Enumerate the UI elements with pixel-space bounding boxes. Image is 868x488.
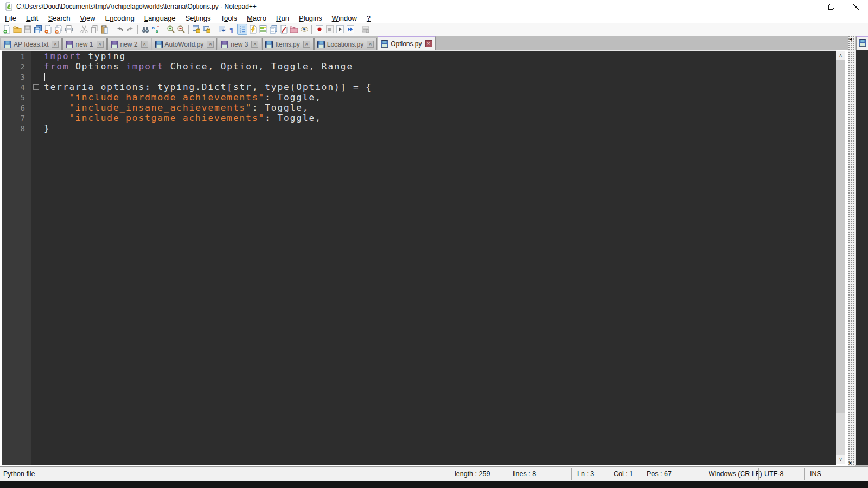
tab-items-py[interactable]: Items.py× — [262, 38, 313, 50]
close-window-button[interactable] — [844, 0, 868, 13]
toolbar-close-icon[interactable] — [43, 24, 53, 35]
line-number: 2 — [2, 62, 31, 71]
toolbar-save-all-icon[interactable] — [33, 24, 43, 35]
scroll-down-arrow-icon[interactable]: ∨ — [836, 455, 845, 464]
fold-margin — [31, 61, 44, 72]
toolbar-show-all-characters-icon[interactable]: ¶ — [227, 24, 237, 35]
toolbar-open-folder-icon[interactable] — [12, 24, 22, 35]
splitter-collapse-right-icon[interactable]: ► — [848, 460, 853, 465]
fold-margin — [31, 51, 44, 61]
menu-item-settings[interactable]: Settings — [181, 14, 216, 22]
tab-close-icon[interactable]: × — [367, 41, 374, 48]
toolbar-document-list-icon[interactable] — [268, 24, 278, 35]
status-bar: Python file length : 259 lines : 8 Ln : … — [0, 466, 868, 481]
tab-locations-py[interactable]: Locations.py× — [314, 38, 377, 50]
second-view-editor[interactable] — [855, 50, 868, 465]
toolbar-macro-play-icon[interactable] — [335, 24, 345, 35]
code-text: import typing — [44, 51, 126, 61]
restore-button[interactable] — [819, 0, 844, 13]
toolbar-word-wrap-icon[interactable] — [216, 24, 227, 35]
menu-item-view[interactable]: View — [75, 14, 100, 22]
toolbar-macro-run-multiple-icon[interactable] — [345, 24, 355, 35]
toolbar-find-icon[interactable] — [140, 24, 150, 35]
tab-close-icon[interactable]: × — [141, 41, 148, 48]
menu-item-language[interactable]: Language — [139, 14, 181, 22]
toolbar-sync-horizontal-icon[interactable] — [201, 24, 212, 35]
toolbar-user-defined-language-icon[interactable] — [247, 24, 258, 35]
toolbar-macro-save-icon[interactable] — [360, 24, 371, 35]
toolbar-zoom-in-icon[interactable] — [165, 24, 176, 35]
fold-margin — [31, 72, 44, 82]
toolbar-close-all-icon[interactable] — [53, 24, 63, 35]
toolbar-show-indent-guide-icon[interactable] — [237, 24, 247, 35]
toolbar-save-icon[interactable] — [22, 24, 33, 35]
tab-new-3[interactable]: new 3× — [218, 38, 261, 50]
menu-item-encoding[interactable]: Encoding — [100, 14, 139, 22]
menu-item-run[interactable]: Run — [271, 14, 294, 22]
toolbar-new-file-icon[interactable] — [2, 24, 12, 35]
view-splitter[interactable]: ◄ ► — [848, 36, 855, 466]
minimize-button[interactable] — [795, 0, 819, 13]
line-number: 5 — [2, 93, 31, 102]
toolbar-document-map-icon[interactable] — [258, 24, 268, 35]
tab-options-py[interactable]: Options.py× — [378, 36, 435, 50]
tab-close-icon[interactable]: × — [97, 41, 104, 48]
menu-item-search[interactable]: Search — [43, 14, 75, 22]
toolbar-sync-vertical-icon[interactable] — [191, 24, 201, 35]
menu-item-?[interactable]: ? — [362, 14, 375, 22]
toolbar-zoom-out-icon[interactable] — [176, 24, 186, 35]
floppy-icon — [4, 41, 11, 48]
toolbar-macro-record-icon[interactable] — [314, 24, 324, 35]
fold-margin — [31, 113, 44, 123]
notepad-plus-plus-window: C:\Users\Dood\Documents\tmp\Archipelago\… — [0, 0, 868, 488]
status-divider — [449, 468, 449, 480]
second-view-tab[interactable] — [856, 36, 868, 50]
code-editor[interactable]: 1import typing2from Options import Choic… — [2, 50, 836, 465]
toolbar-separator — [137, 25, 138, 34]
toolbar-function-list-icon[interactable] — [278, 24, 289, 35]
toolbar-monitoring-icon[interactable] — [299, 24, 309, 35]
code-line: 7 "include_postgame_achievements": Toggl… — [2, 113, 836, 123]
toolbar-undo-icon[interactable] — [114, 24, 125, 35]
toolbar-cut-icon[interactable] — [79, 24, 89, 35]
tab-new-2[interactable]: new 2× — [107, 38, 151, 50]
toolbar-copy-icon[interactable] — [89, 24, 99, 35]
tab-close-icon[interactable]: × — [425, 40, 432, 47]
toolbar-replace-icon[interactable]: ba — [150, 24, 161, 35]
floppy-icon — [381, 40, 388, 48]
tab-close-icon[interactable]: × — [303, 41, 310, 48]
line-number: 1 — [2, 52, 31, 61]
menu-item-tools[interactable]: Tools — [216, 14, 242, 22]
tab-close-icon[interactable]: × — [251, 41, 258, 48]
code-text: } — [44, 123, 50, 133]
menu-item-plugins[interactable]: Plugins — [294, 14, 327, 22]
status-line-number: Ln : 3 — [577, 470, 594, 478]
tab-label: Locations.py — [327, 41, 363, 48]
scrollbar-thumb[interactable] — [836, 60, 845, 413]
menu-item-window[interactable]: Window — [327, 14, 362, 22]
floppy-icon — [221, 41, 228, 48]
vertical-scrollbar[interactable]: ∧ ∨ — [836, 51, 845, 464]
menu-item-edit[interactable]: Edit — [21, 14, 43, 22]
toolbar-folder-as-workspace-icon[interactable] — [289, 24, 299, 35]
toolbar-macro-stop-icon[interactable] — [324, 24, 335, 35]
toolbar-paste-icon[interactable] — [99, 24, 110, 35]
scroll-up-arrow-icon[interactable]: ∧ — [836, 51, 845, 60]
fold-margin[interactable] — [31, 82, 44, 92]
tab-new-1[interactable]: new 1× — [62, 38, 106, 50]
floppy-icon — [859, 39, 866, 49]
floppy-icon — [155, 41, 163, 48]
toolbar-print-icon[interactable] — [63, 24, 74, 35]
toolbar-redo-icon[interactable] — [125, 24, 135, 35]
menu-item-macro[interactable]: Macro — [242, 14, 271, 22]
fold-collapse-icon[interactable] — [33, 84, 39, 90]
floppy-icon — [317, 41, 325, 48]
menu-item-file[interactable]: File — [0, 14, 21, 22]
status-divider — [804, 468, 805, 480]
tab-ap-ideas-txt[interactable]: AP Ideas.txt× — [1, 38, 62, 50]
tab-close-icon[interactable]: × — [52, 41, 59, 48]
toolbar-separator — [163, 25, 163, 34]
tab-autoworld-py[interactable]: AutoWorld.py× — [152, 38, 218, 50]
tab-close-icon[interactable]: × — [207, 41, 214, 48]
splitter-collapse-left-icon[interactable]: ◄ — [848, 37, 853, 42]
